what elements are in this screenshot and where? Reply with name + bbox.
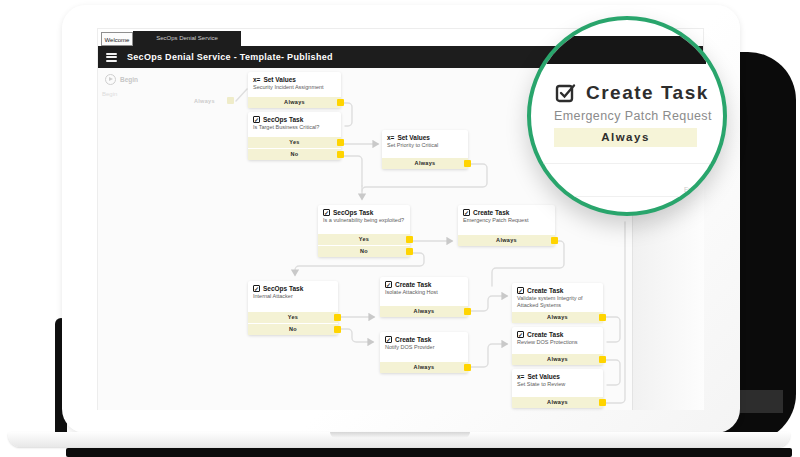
condition-row-always[interactable]: Always (458, 235, 555, 246)
condition-row-always[interactable]: Always (248, 97, 341, 108)
checkbox-icon: ✓ (323, 209, 330, 216)
flow-title: SecOps Denial Service - Template- Publis… (127, 52, 333, 62)
condition-row-always[interactable]: Always (512, 312, 603, 323)
ghost-always-label: Always (194, 98, 215, 104)
zoom-bubble: Create Task Emergency Patch Request Alwa… (527, 16, 727, 216)
row-label: Always (496, 237, 517, 243)
node-subtitle: Validate system Integrity of Attacked Sy… (512, 294, 603, 312)
condition-row-always[interactable]: Always (380, 306, 468, 317)
node-subtitle: Is Target Business Critical? (248, 123, 341, 133)
output-port[interactable] (334, 314, 341, 321)
output-port[interactable] (337, 139, 344, 146)
row-label: Always (415, 160, 436, 166)
condition-row-no[interactable]: No (248, 324, 338, 335)
flow-node-set-values-1[interactable]: x=Set Values Security Incident Assignmen… (248, 72, 341, 108)
play-icon (105, 74, 116, 85)
output-port[interactable] (599, 399, 606, 406)
node-title: Set Values (527, 373, 560, 380)
checkbox-icon: ✓ (385, 336, 392, 343)
flow-node-secops-task-3[interactable]: ✓SecOps Task Internal Attacker Yes No (248, 281, 338, 335)
begin-ghost-label: Begin (102, 91, 117, 97)
row-label: Yes (288, 314, 298, 320)
laptop-mockup: Welcome SecOps Denial Service SecOps Den… (0, 0, 800, 457)
checkbox-icon (555, 82, 577, 104)
x-equals-icon: x= (253, 76, 260, 83)
node-subtitle: Emergency Patch Request (458, 216, 555, 226)
flow-node-create-task-3[interactable]: ✓Create Task Notify DOS Provider Always (380, 332, 468, 373)
x-equals-icon: x= (387, 134, 394, 141)
node-title: Create Task (473, 209, 509, 216)
condition-row-yes[interactable]: Yes (318, 234, 410, 245)
node-title: SecOps Task (263, 116, 303, 123)
zoom-node-subtitle: Emergency Patch Request (554, 109, 712, 123)
flow-node-secops-task-1[interactable]: ✓SecOps Task Is Target Business Critical… (248, 112, 341, 160)
row-label: Yes (359, 236, 369, 242)
flow-node-create-task-4[interactable]: ✓Create Task Validate system Integrity o… (512, 283, 603, 322)
laptop-shadow-bottom (66, 448, 792, 457)
row-label: Always (284, 99, 305, 105)
flow-node-set-values-2[interactable]: x=Set Values Set Priority to Critical Al… (382, 130, 468, 169)
output-port[interactable] (406, 248, 413, 255)
node-subtitle: Internal Attacker (248, 292, 338, 302)
checkbox-icon: ✓ (385, 281, 392, 288)
flow-node-create-task-2[interactable]: ✓Create Task Isolate Attacking Host Alwa… (380, 277, 468, 317)
ghost-output-port (227, 97, 234, 104)
node-subtitle: Is a vulnerability being exploited? (318, 216, 410, 226)
row-label: Always (547, 314, 568, 320)
output-port[interactable] (334, 326, 341, 333)
flow-node-secops-task-2[interactable]: ✓SecOps Task Is a vulnerability being ex… (318, 205, 410, 257)
condition-row-no[interactable]: No (318, 246, 410, 257)
divider (531, 163, 723, 164)
row-label: No (291, 151, 299, 157)
checkbox-icon: ✓ (253, 116, 260, 123)
output-port[interactable] (599, 314, 606, 321)
flow-node-set-values-3[interactable]: x=Set Values Set State to Review Always (512, 369, 603, 408)
condition-row-yes[interactable]: Yes (248, 137, 341, 148)
condition-row-yes[interactable]: Yes (248, 312, 338, 323)
flow-node-create-task-1[interactable]: ✓Create Task Emergency Patch Request Alw… (458, 205, 555, 246)
checkbox-icon: ✓ (517, 331, 524, 338)
condition-row-no[interactable]: No (248, 149, 341, 160)
node-title: Create Task (527, 287, 563, 294)
laptop-base-notch (330, 432, 470, 438)
checkbox-icon: ✓ (463, 209, 470, 216)
output-port[interactable] (464, 364, 471, 371)
checkbox-icon: ✓ (517, 287, 524, 294)
node-subtitle: Notify DOS Provider (380, 343, 468, 353)
output-port[interactable] (337, 99, 344, 106)
output-port[interactable] (337, 151, 344, 158)
node-title: SecOps Task (263, 285, 303, 292)
output-port[interactable] (599, 356, 606, 363)
row-label: No (289, 326, 297, 332)
row-label: Always (547, 399, 568, 405)
output-port[interactable] (551, 237, 558, 244)
flow-node-create-task-5[interactable]: ✓Create Task Review DOS Protections Alwa… (512, 327, 603, 365)
node-subtitle: Isolate Attacking Host (380, 288, 468, 298)
output-port[interactable] (406, 236, 413, 243)
condition-row-always[interactable]: Always (382, 158, 468, 169)
output-port[interactable] (464, 308, 471, 315)
zoom-condition-row-always: Always (554, 128, 697, 147)
condition-row-always[interactable]: Always (512, 354, 603, 365)
condition-row-always[interactable]: Always (380, 362, 468, 373)
output-port[interactable] (464, 160, 471, 167)
node-title: Set Values (397, 134, 430, 141)
x-equals-icon: x= (517, 373, 524, 380)
node-title: Create Task (395, 336, 431, 343)
row-label: No (360, 248, 368, 254)
node-title: SecOps Task (333, 209, 373, 216)
node-title: Create Task (395, 281, 431, 288)
node-title: Set Values (263, 76, 296, 83)
tab-secops-denial-service[interactable]: SecOps Denial Service (133, 31, 241, 46)
node-subtitle: Review DOS Protections (512, 338, 603, 348)
begin-node[interactable]: Begin (105, 74, 138, 85)
node-subtitle: Set State to Review (512, 380, 603, 390)
node-title: Create Task (527, 331, 563, 338)
condition-row-always[interactable]: Always (512, 397, 603, 408)
row-label: Always (414, 364, 435, 370)
tab-welcome[interactable]: Welcome (101, 32, 133, 46)
row-label: Always (414, 308, 435, 314)
node-subtitle: Set Priority to Critical (382, 141, 468, 151)
hamburger-menu-icon[interactable] (106, 53, 117, 62)
begin-label: Begin (120, 76, 138, 83)
